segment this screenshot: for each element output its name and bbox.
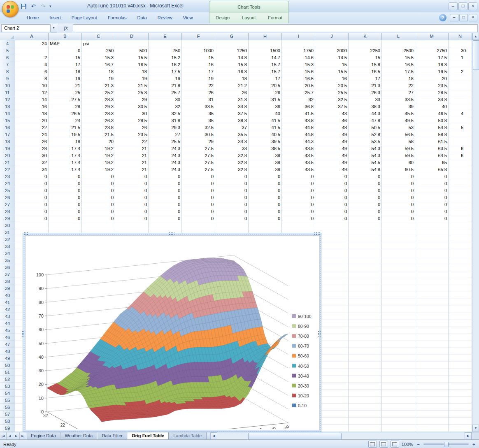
row-header-22[interactable]: 22 [0, 166, 15, 173]
cell-E8[interactable]: 17.5 [149, 68, 182, 75]
cell-M58[interactable] [415, 418, 449, 425]
cell-D5[interactable]: 500 [115, 47, 149, 54]
cell-C22[interactable]: 19.2 [82, 166, 115, 173]
cell-K11[interactable]: 26.3 [349, 89, 382, 96]
cell-D6[interactable]: 15.5 [115, 54, 149, 61]
cell-F8[interactable]: 17 [182, 68, 215, 75]
cell-J18[interactable]: 49 [315, 138, 349, 145]
cell-K44[interactable] [349, 320, 382, 327]
cell-J23[interactable]: 0 [315, 173, 349, 180]
cell-G6[interactable]: 14.8 [215, 54, 249, 61]
horizontal-scrollbar[interactable]: ◀ ▶ [210, 432, 472, 440]
cell-F9[interactable]: 19 [182, 75, 215, 82]
cell-F6[interactable]: 15 [182, 54, 215, 61]
row-header-53[interactable]: 53 [0, 383, 15, 390]
row-header-9[interactable]: 9 [0, 75, 15, 82]
cell-A19[interactable]: 28 [15, 145, 49, 152]
cell-L25[interactable]: 0 [382, 187, 415, 194]
view-normal-button[interactable] [368, 441, 377, 448]
zoom-out-button[interactable]: − [416, 442, 421, 447]
cell-C24[interactable]: 0 [82, 180, 115, 187]
legend-swatch-10-20[interactable] [292, 394, 296, 397]
column-header-L[interactable]: L [382, 33, 415, 40]
cell-F11[interactable]: 26 [182, 89, 215, 96]
cell-M16[interactable]: 54.8 [415, 124, 449, 131]
row-header-32[interactable]: 32 [0, 236, 15, 243]
cell-L48[interactable] [382, 348, 415, 355]
cell-M38[interactable] [415, 278, 449, 285]
cell-I5[interactable]: 1750 [282, 47, 315, 54]
cell-N10[interactable] [449, 82, 472, 89]
cell-N42[interactable] [449, 306, 472, 313]
help-icon[interactable]: ? [439, 14, 446, 21]
sheet-tab-data-filter[interactable]: Data Filter [97, 432, 127, 440]
cell-K4[interactable] [349, 40, 382, 47]
redo-icon[interactable]: ↷ [40, 2, 47, 10]
cell-K58[interactable] [349, 418, 382, 425]
scroll-right-icon[interactable]: ▶ [465, 432, 472, 440]
cell-L37[interactable] [382, 271, 415, 278]
cell-L12[interactable]: 33.5 [382, 96, 415, 103]
cell-B19[interactable]: 17.4 [49, 145, 82, 152]
cell-E13[interactable]: 32 [149, 103, 182, 110]
cell-N21[interactable] [449, 159, 472, 166]
zoom-level[interactable]: 100% [402, 442, 413, 447]
sheet-tab-orig-fuel-table[interactable]: Orig Fuel Table [127, 432, 169, 440]
cell-M51[interactable] [415, 369, 449, 376]
cell-E25[interactable]: 0 [149, 187, 182, 194]
cell-H6[interactable]: 14.7 [249, 54, 282, 61]
cell-G26[interactable]: 0 [215, 194, 249, 201]
legend-swatch-30-40[interactable] [292, 374, 296, 378]
cell-I14[interactable]: 41.5 [282, 110, 315, 117]
cell-D17[interactable]: 23.5 [115, 131, 149, 138]
cell-N8[interactable]: 2 [449, 68, 472, 75]
cell-M46[interactable] [415, 334, 449, 341]
last-sheet-icon[interactable]: ▶| [20, 432, 26, 440]
cell-A25[interactable]: 0 [15, 187, 49, 194]
tab-format[interactable]: Format [263, 12, 288, 23]
cell-D23[interactable]: 0 [115, 173, 149, 180]
cell-B13[interactable]: 28 [49, 103, 82, 110]
horizontal-scroll-track[interactable] [217, 432, 465, 440]
scroll-up-icon[interactable]: ▲ [472, 33, 479, 40]
row-header-27[interactable]: 27 [0, 201, 15, 208]
cell-J29[interactable]: 0 [315, 215, 349, 222]
cell-G5[interactable]: 1250 [215, 47, 249, 54]
cell-K20[interactable]: 54.3 [349, 152, 382, 159]
tab-layout[interactable]: Layout [237, 12, 261, 23]
cell-K51[interactable] [349, 369, 382, 376]
row-header-31[interactable]: 31 [0, 229, 15, 236]
cell-K34[interactable] [349, 250, 382, 257]
cell-D12[interactable]: 29 [115, 96, 149, 103]
cell-D25[interactable]: 0 [115, 187, 149, 194]
cell-D8[interactable]: 18 [115, 68, 149, 75]
cell-L10[interactable]: 22 [382, 82, 415, 89]
cell-G28[interactable]: 0 [215, 208, 249, 215]
cell-K42[interactable] [349, 306, 382, 313]
cell-C7[interactable]: 16.7 [82, 61, 115, 68]
cell-B10[interactable]: 21 [49, 82, 82, 89]
cell-I9[interactable]: 16.5 [282, 75, 315, 82]
scroll-down-icon[interactable]: ▼ [472, 425, 479, 432]
cell-N34[interactable] [449, 250, 472, 257]
cell-I6[interactable]: 14.6 [282, 54, 315, 61]
cell-A30[interactable] [15, 222, 49, 229]
cell-D28[interactable]: 0 [115, 208, 149, 215]
cell-H4[interactable] [249, 40, 282, 47]
cell-F26[interactable]: 0 [182, 194, 215, 201]
legend-label-20-30[interactable]: 20-30 [298, 383, 309, 388]
legend-swatch-90-100[interactable] [292, 314, 296, 318]
cell-C5[interactable]: 250 [82, 47, 115, 54]
cell-N49[interactable] [449, 355, 472, 362]
cell-A24[interactable]: 0 [15, 180, 49, 187]
cell-H21[interactable]: 38 [249, 159, 282, 166]
cell-B11[interactable]: 25 [49, 89, 82, 96]
cell-F20[interactable]: 27.5 [182, 152, 215, 159]
cell-A14[interactable]: 18 [15, 110, 49, 117]
cell-F21[interactable]: 27.5 [182, 159, 215, 166]
cell-A23[interactable]: 0 [15, 173, 49, 180]
cell-B6[interactable]: 15 [49, 54, 82, 61]
cell-K12[interactable]: 33 [349, 96, 382, 103]
cell-L39[interactable] [382, 285, 415, 292]
cell-M53[interactable] [415, 383, 449, 390]
